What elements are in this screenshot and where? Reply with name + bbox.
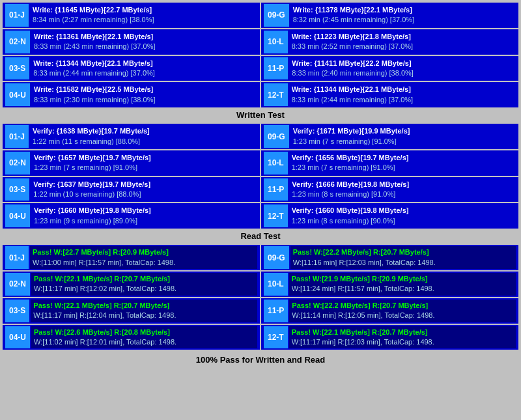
drive-cell-line1: Write: {11582 MByte}[22.5 MByte/s]	[34, 85, 255, 94]
drive-id-label: 12-T	[264, 204, 288, 227]
drive-cell-content: Pass! W:[22.6 MByte/s] R:[20.8 MByte/s]W…	[31, 326, 257, 349]
drive-cell-line1: Verify: {1671 MByte}[19.9 MByte/s]	[293, 126, 513, 136]
drive-cell-line2: 1:23 min (8 s remaining) [90.0%]	[292, 216, 513, 226]
drive-id-label: 04-U	[5, 326, 30, 349]
drive-id-label: 11-P	[264, 178, 288, 201]
drive-cell-line1: Verify: {1660 MByte}[19.8 MByte/s]	[34, 206, 255, 216]
drive-cell-content: Write: {11344 MByte}[22.1 MByte/s]8:33 m…	[289, 83, 516, 106]
drive-cell-line2: 8:34 min (2:27 min remaining) [38.0%]	[33, 15, 255, 25]
drive-cell-line1: Write: {11411 MByte}[22.2 MByte/s]	[292, 59, 513, 68]
drive-cell: 01-JPass! W:[22.7 MByte/s] R:[20.9 MByte…	[3, 245, 260, 270]
drive-cell: 03-SWrite: {11344 MByte}[22.1 MByte/s]8:…	[3, 56, 260, 81]
drive-cell-line2: 8:33 min (2:44 min remaining) [37.0%]	[33, 68, 255, 78]
drive-cell-content: Pass! W:[22.1 MByte/s] R:[20.7 MByte/s]W…	[31, 300, 257, 322]
drive-cell-line1: Pass! W:[22.7 MByte/s] R:[20.9 MByte/s]	[33, 247, 255, 257]
read-test-label: Read Test	[3, 229, 518, 244]
main-container: 01-JWrite: {11645 MByte}[22.7 MByte/s]8:…	[0, 0, 521, 371]
drive-cell-line1: Write: {11645 MByte}[22.7 MByte/s]	[33, 5, 255, 15]
drive-cell: 03-SVerify: {1637 MByte}[19.7 MByte/s]1:…	[3, 177, 260, 203]
drive-cell: 04-UWrite: {11582 MByte}[22.5 MByte/s]8:…	[3, 82, 260, 107]
drive-cell-line2: 8:33 min (2:43 min remaining) [37.0%]	[34, 42, 255, 51]
drive-cell-content: Write: {11223 MByte}[21.8 MByte/s]8:33 m…	[289, 31, 516, 53]
drive-id-label: 03-S	[5, 300, 29, 322]
drive-cell-line1: Pass! W:[22.6 MByte/s] R:[20.8 MByte/s]	[34, 328, 255, 337]
drive-cell: 11-PWrite: {11411 MByte}[22.2 MByte/s]8:…	[261, 56, 518, 81]
drive-cell-content: Verify: {1657 MByte}[19.7 MByte/s]1:23 m…	[31, 152, 257, 175]
drive-cell-line2: 1:23 min (7 s remaining) [91.0%]	[34, 163, 255, 173]
drive-cell-line2: 8:33 min (2:30 min remaining) [38.0%]	[34, 95, 255, 105]
drive-cell-line2: 1:23 min (8 s remaining) [91.0%]	[292, 189, 513, 199]
drive-cell-line2: 8:33 min (2:52 min remaining) [37.0%]	[292, 42, 513, 51]
drive-cell-line2: 1:22 min (10 s remaining) [88.0%]	[33, 189, 255, 199]
drive-cell: 11-PPass! W:[22.2 MByte/s] R:[20.7 MByte…	[261, 298, 518, 324]
drive-id-label: 03-S	[5, 178, 29, 201]
drive-cell-content: Verify: {1671 MByte}[19.9 MByte/s]1:23 m…	[290, 125, 516, 148]
drive-cell: 12-TVerify: {1660 MByte}[19.8 MByte/s]1:…	[261, 203, 518, 229]
drive-cell: 09-GWrite: {11378 MByte}[22.1 MByte/s]8:…	[261, 3, 518, 28]
drive-cell: 01-JVerify: {1638 MByte}[19.7 MByte/s]1:…	[3, 124, 260, 149]
drive-cell-line2: W:[11:24 min] R:[11:57 min], TotalCap: 1…	[292, 284, 513, 294]
drive-cell-content: Verify: {1637 MByte}[19.7 MByte/s]1:22 m…	[31, 178, 257, 201]
drive-cell: 04-UPass! W:[22.6 MByte/s] R:[20.8 MByte…	[3, 325, 260, 350]
drive-cell-line1: Verify: {1656 MByte}[19.7 MByte/s]	[292, 153, 513, 163]
drive-cell-line1: Pass! W:[22.2 MByte/s] R:[20.7 MByte/s]	[292, 301, 513, 311]
drive-cell-content: Write: {11645 MByte}[22.7 MByte/s]8:34 m…	[30, 4, 257, 27]
drive-cell: 02-NPass! W:[22.1 MByte/s] R:[20.7 MByte…	[3, 272, 260, 297]
drive-cell-content: Write: {11582 MByte}[22.5 MByte/s]8:33 m…	[31, 83, 257, 106]
verify-test-section: 01-JVerify: {1638 MByte}[19.7 MByte/s]1:…	[3, 124, 518, 244]
drive-cell-line1: Write: {11361 MByte}[22.1 MByte/s]	[34, 32, 255, 42]
drive-cell: 12-TWrite: {11344 MByte}[22.1 MByte/s]8:…	[261, 82, 518, 107]
drive-cell-line2: 1:23 min (9 s remaining) [89.0%]	[34, 216, 255, 226]
drive-cell: 02-NVerify: {1657 MByte}[19.7 MByte/s]1:…	[3, 150, 260, 176]
drive-cell-line1: Pass! W:[22.2 MByte/s] R:[20.7 MByte/s]	[293, 247, 513, 257]
drive-cell: 12-TPass! W:[22.1 MByte/s] R:[20.7 MByte…	[261, 325, 518, 350]
drive-cell: 04-UVerify: {1660 MByte}[19.8 MByte/s]1:…	[3, 203, 260, 229]
drive-cell-line2: 1:22 min (11 s remaining) [88.0%]	[33, 137, 255, 147]
drive-cell-content: Verify: {1656 MByte}[19.7 MByte/s]1:23 m…	[289, 152, 516, 175]
drive-id-label: 01-J	[5, 246, 29, 269]
drive-cell-content: Pass! W:[22.2 MByte/s] R:[20.7 MByte/s]W…	[290, 246, 516, 269]
drive-cell: 01-JWrite: {11645 MByte}[22.7 MByte/s]8:…	[3, 3, 260, 28]
drive-id-label: 04-U	[5, 204, 30, 227]
drive-cell-line1: Write: {11344 MByte}[22.1 MByte/s]	[33, 59, 255, 68]
read-test-grid: 01-JPass! W:[22.7 MByte/s] R:[20.9 MByte…	[3, 245, 518, 350]
drive-cell-line1: Verify: {1666 MByte}[19.8 MByte/s]	[292, 180, 513, 189]
drive-cell-content: Pass! W:[22.1 MByte/s] R:[20.7 MByte/s]W…	[289, 326, 516, 349]
drive-id-label: 02-N	[5, 273, 30, 296]
drive-id-label: 10-L	[264, 152, 288, 175]
drive-cell-line1: Verify: {1657 MByte}[19.7 MByte/s]	[34, 153, 255, 163]
drive-cell-line2: 8:33 min (2:44 min remaining) [37.0%]	[292, 95, 513, 105]
written-test-label: Written Test	[3, 107, 518, 122]
drive-cell: 10-LVerify: {1656 MByte}[19.7 MByte/s]1:…	[261, 150, 518, 176]
drive-id-label: 09-G	[264, 4, 289, 27]
drive-cell-line2: W:[11:16 min] R:[12:03 min], TotalCap: 1…	[293, 258, 513, 268]
drive-cell-content: Verify: {1638 MByte}[19.7 MByte/s]1:22 m…	[30, 125, 257, 148]
read-test-section: 01-JPass! W:[22.7 MByte/s] R:[20.9 MByte…	[3, 245, 518, 350]
drive-cell-line2: W:[11:17 min] R:[12:03 min], TotalCap: 1…	[292, 337, 513, 347]
written-test-section: 01-JWrite: {11645 MByte}[22.7 MByte/s]8:…	[3, 3, 518, 122]
drive-cell-content: Write: {11344 MByte}[22.1 MByte/s]8:33 m…	[31, 57, 257, 80]
drive-cell-line2: W:[11:14 min] R:[12:05 min], TotalCap: 1…	[292, 311, 513, 320]
drive-id-label: 03-S	[5, 57, 29, 80]
drive-id-label: 11-P	[264, 300, 288, 322]
drive-id-label: 01-J	[5, 4, 29, 27]
drive-cell-content: Pass! W:[22.7 MByte/s] R:[20.9 MByte/s]W…	[30, 246, 257, 269]
drive-id-label: 09-G	[264, 246, 289, 269]
drive-cell-content: Pass! W:[21.9 MByte/s] R:[20.9 MByte/s]W…	[289, 273, 516, 296]
drive-cell-content: Write: {11378 MByte}[22.1 MByte/s]8:32 m…	[290, 4, 516, 27]
drive-cell-content: Pass! W:[22.1 MByte/s] R:[20.7 MByte/s]W…	[31, 273, 257, 296]
drive-cell-content: Verify: {1666 MByte}[19.8 MByte/s]1:23 m…	[289, 178, 516, 201]
drive-id-label: 01-J	[5, 125, 29, 148]
drive-cell: 11-PVerify: {1666 MByte}[19.8 MByte/s]1:…	[261, 177, 518, 203]
drive-id-label: 12-T	[264, 83, 288, 106]
drive-id-label: 12-T	[264, 326, 288, 349]
drive-cell-line1: Verify: {1660 MByte}[19.8 MByte/s]	[292, 206, 513, 216]
drive-cell-line1: Write: {11344 MByte}[22.1 MByte/s]	[292, 85, 513, 94]
drive-id-label: 09-G	[264, 125, 289, 148]
drive-cell-line2: W:[11:17 min] R:[12:04 min], TotalCap: 1…	[33, 311, 255, 320]
drive-cell-line1: Verify: {1637 MByte}[19.7 MByte/s]	[33, 180, 255, 189]
drive-cell-line2: 1:23 min (7 s remaining) [91.0%]	[292, 163, 513, 173]
drive-cell: 02-NWrite: {11361 MByte}[22.1 MByte/s]8:…	[3, 29, 260, 55]
drive-id-label: 02-N	[5, 31, 30, 53]
drive-cell-line1: Pass! W:[22.1 MByte/s] R:[20.7 MByte/s]	[292, 328, 513, 337]
